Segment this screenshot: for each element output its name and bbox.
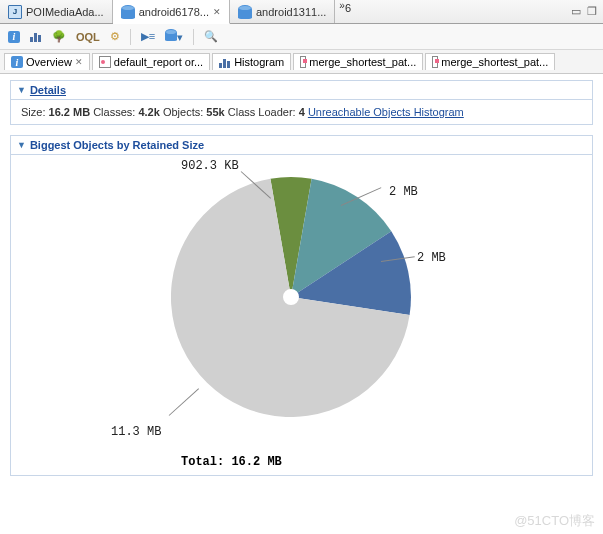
tab-label: Overview — [26, 56, 72, 68]
db-action-icon[interactable]: ▾ — [165, 29, 183, 44]
watermark: @51CTO博客 — [514, 512, 595, 530]
java-file-icon: J — [8, 5, 22, 19]
tab-label: merge_shortest_pat... — [441, 56, 548, 68]
section-title: Details — [30, 84, 66, 96]
tab-overflow-chevron[interactable]: »6 — [335, 0, 355, 23]
editor-tab-android1311[interactable]: android1311... — [230, 0, 335, 23]
tab-label: android1311... — [256, 6, 326, 18]
close-icon[interactable]: ✕ — [75, 57, 83, 67]
tab-label: merge_shortest_pat... — [309, 56, 416, 68]
tab-overview[interactable]: i Overview ✕ — [4, 53, 90, 70]
tab-label: default_report or... — [114, 56, 203, 68]
gear-icon[interactable]: ⚙ — [110, 30, 120, 43]
close-icon[interactable]: ✕ — [213, 7, 221, 17]
tab-label: POIMediaAda... — [26, 6, 104, 18]
separator — [130, 29, 131, 45]
dominator-tree-icon[interactable]: 🌳 — [52, 30, 66, 43]
unreachable-histogram-link[interactable]: Unreachable Objects Histogram — [308, 106, 464, 118]
info-icon: i — [11, 56, 23, 68]
slice-label: 2 MB — [417, 251, 446, 265]
heap-dump-icon — [121, 5, 135, 19]
details-section: ▼ Details Size: 16.2 MB Classes: 4.2k Ob… — [10, 80, 593, 125]
editor-tab-android6178[interactable]: android6178... ✕ — [113, 0, 230, 24]
tab-label: Histogram — [234, 56, 284, 68]
minimize-icon[interactable]: ▭ — [571, 5, 581, 18]
oql-icon[interactable]: OQL — [76, 31, 100, 43]
separator — [193, 29, 194, 45]
chart-total: Total: 16.2 MB — [181, 455, 282, 469]
biggest-objects-section: ▼ Biggest Objects by Retained Size 902.3… — [10, 135, 593, 476]
histogram-icon — [219, 56, 231, 68]
tab-histogram[interactable]: Histogram — [212, 53, 291, 70]
pie-chart: 902.3 KB 2 MB 2 MB 11.3 MB Total: 16.2 M… — [11, 155, 592, 475]
pie-center — [285, 291, 297, 303]
tab-merge-shortest-2[interactable]: merge_shortest_pat... — [425, 53, 555, 70]
path-icon — [432, 56, 438, 68]
tab-merge-shortest-1[interactable]: merge_shortest_pat... — [293, 53, 423, 70]
heap-dump-icon — [238, 5, 252, 19]
collapse-toggle[interactable]: ▼ — [17, 140, 26, 150]
section-title: Biggest Objects by Retained Size — [30, 139, 204, 151]
histogram-icon[interactable] — [30, 30, 42, 44]
path-icon — [300, 56, 306, 68]
slice-label: 902.3 KB — [181, 159, 239, 173]
tab-default-report[interactable]: default_report or... — [92, 53, 210, 70]
tab-label: android6178... — [139, 6, 209, 18]
details-body: Size: 16.2 MB Classes: 4.2k Objects: 55k… — [11, 100, 592, 124]
report-icon — [99, 56, 111, 68]
info-icon[interactable]: i — [8, 30, 20, 43]
editor-tab-poi[interactable]: J POIMediaAda... — [0, 0, 113, 23]
search-icon[interactable]: 🔍 — [204, 30, 218, 43]
collapse-toggle[interactable]: ▼ — [17, 85, 26, 95]
slice-label: 11.3 MB — [111, 425, 161, 439]
slice-label: 2 MB — [389, 185, 418, 199]
run-query-icon[interactable]: ▶≡ — [141, 30, 155, 43]
maximize-icon[interactable]: ❐ — [587, 5, 597, 18]
pie-svg — [171, 177, 411, 417]
